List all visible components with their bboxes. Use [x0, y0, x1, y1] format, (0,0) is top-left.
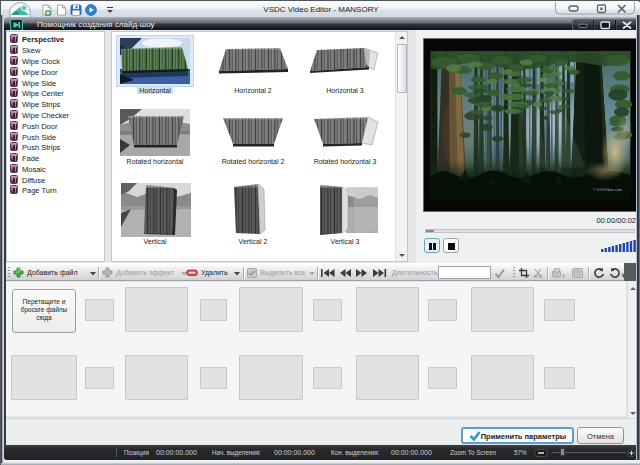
svg-text:© tOtOObra.com: © tOtOObra.com — [593, 188, 622, 192]
